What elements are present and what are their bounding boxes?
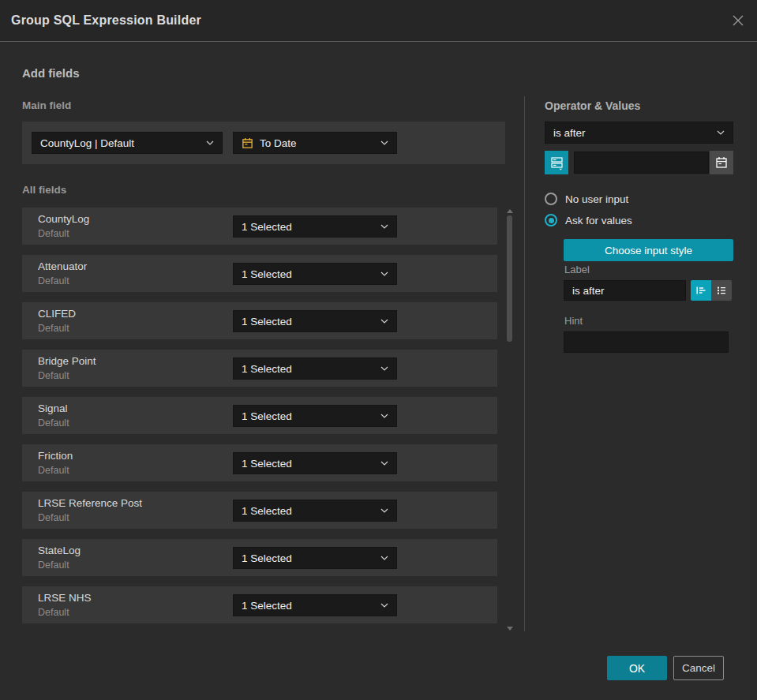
field-row: LRSE NHS Default 1 Selected xyxy=(22,586,497,623)
close-x-glyph xyxy=(731,13,745,28)
field-selected-dropdown[interactable]: 1 Selected xyxy=(233,452,397,474)
field-selected-dropdown-label: 1 Selected xyxy=(242,505,292,517)
chevron-down-icon xyxy=(380,224,388,229)
date-picker-button[interactable] xyxy=(710,151,733,174)
main-field-select-value: CountyLog | Default xyxy=(40,137,134,149)
hint-input[interactable] xyxy=(564,331,729,353)
radio-ask-for-values-label: Ask for values xyxy=(565,215,632,226)
field-row: Friction Default 1 Selected xyxy=(22,444,497,481)
chevron-down-icon xyxy=(380,271,388,276)
input-style-segmented-control xyxy=(691,280,732,301)
field-selected-dropdown-label: 1 Selected xyxy=(242,221,292,233)
field-selected-dropdown-label: 1 Selected xyxy=(242,316,292,328)
close-icon[interactable] xyxy=(727,10,749,32)
field-row: LRSE Reference Post Default 1 Selected xyxy=(22,492,497,529)
chevron-down-icon xyxy=(206,140,214,145)
chevron-down-icon xyxy=(380,556,388,560)
vertical-divider xyxy=(524,96,525,631)
field-selected-dropdown[interactable]: 1 Selected xyxy=(233,310,397,332)
field-selected-dropdown-label: 1 Selected xyxy=(242,552,292,564)
all-fields-list: CountyLog Default 1 Selected Attenuator … xyxy=(22,208,497,634)
label-field-label: Label xyxy=(564,264,590,275)
value-type-button[interactable] xyxy=(545,151,568,174)
date-select-value: To Date xyxy=(260,137,297,149)
field-row: CountyLog Default 1 Selected xyxy=(22,208,497,245)
operator-select-value: is after xyxy=(553,127,586,139)
main-field-select[interactable]: CountyLog | Default xyxy=(32,132,223,154)
field-selected-dropdown-label: 1 Selected xyxy=(242,410,292,422)
field-selected-dropdown[interactable]: 1 Selected xyxy=(233,263,397,285)
all-fields-scrollbar[interactable] xyxy=(506,207,514,633)
field-row: Signal Default 1 Selected xyxy=(22,397,497,434)
radio-circle-selected[interactable] xyxy=(545,214,557,226)
titlebar: Group SQL Expression Builder xyxy=(0,0,757,42)
label-input[interactable] xyxy=(564,280,686,301)
main-field-panel: CountyLog | Default To Date xyxy=(22,122,505,164)
list-style-button[interactable] xyxy=(711,280,732,301)
field-selected-dropdown-label: 1 Selected xyxy=(242,458,292,470)
field-selected-dropdown[interactable]: 1 Selected xyxy=(233,215,397,238)
hint-field-label: Hint xyxy=(564,315,583,327)
radio-circle-unselected[interactable] xyxy=(545,193,557,205)
scrollbar-thumb[interactable] xyxy=(507,215,512,342)
field-row: CLIFED Default 1 Selected xyxy=(22,302,497,339)
single-line-style-button[interactable] xyxy=(691,280,711,301)
cancel-button[interactable]: Cancel xyxy=(673,656,724,680)
all-fields-label: All fields xyxy=(22,184,66,196)
chevron-down-icon xyxy=(380,461,388,466)
group-sql-expression-builder-dialog: Group SQL Expression Builder Add fields … xyxy=(0,0,757,700)
ok-button[interactable]: OK xyxy=(607,656,667,680)
value-input[interactable] xyxy=(574,152,709,174)
chevron-down-icon xyxy=(380,366,388,371)
chevron-down-icon xyxy=(380,140,388,145)
field-selected-dropdown[interactable]: 1 Selected xyxy=(233,547,397,569)
calendar-icon xyxy=(715,156,728,169)
field-selected-dropdown-label: 1 Selected xyxy=(242,600,292,612)
align-left-icon xyxy=(695,284,707,297)
main-field-date-select[interactable]: To Date xyxy=(233,132,397,154)
scrollbar-down-arrow[interactable] xyxy=(507,627,513,631)
chevron-down-icon xyxy=(380,508,388,513)
chevron-down-icon xyxy=(380,603,388,608)
scrollbar-up-arrow[interactable] xyxy=(507,209,513,213)
chevron-down-icon xyxy=(380,414,388,418)
field-row: Bridge Point Default 1 Selected xyxy=(22,350,497,387)
radio-no-user-input[interactable]: No user input xyxy=(545,193,628,205)
field-selected-dropdown[interactable]: 1 Selected xyxy=(233,594,397,616)
field-selected-dropdown-label: 1 Selected xyxy=(242,268,292,280)
value-list-icon xyxy=(549,155,564,170)
field-selected-dropdown[interactable]: 1 Selected xyxy=(233,405,397,427)
field-selected-dropdown-label: 1 Selected xyxy=(242,363,292,375)
field-selected-dropdown[interactable]: 1 Selected xyxy=(233,500,397,522)
field-selected-dropdown[interactable]: 1 Selected xyxy=(233,357,397,380)
field-row: Attenuator Default 1 Selected xyxy=(22,255,497,292)
radio-no-user-input-label: No user input xyxy=(565,193,628,205)
chevron-down-icon xyxy=(380,319,388,324)
operator-select[interactable]: is after xyxy=(545,122,733,144)
operator-values-heading: Operator & Values xyxy=(545,99,640,112)
dialog-title: Group SQL Expression Builder xyxy=(0,0,757,41)
bulleted-list-icon xyxy=(715,284,728,297)
calendar-icon xyxy=(242,137,253,149)
main-field-label: Main field xyxy=(22,99,71,111)
choose-input-style-button[interactable]: Choose input style xyxy=(564,239,733,261)
radio-ask-for-values[interactable]: Ask for values xyxy=(545,214,632,226)
field-row: StateLog Default 1 Selected xyxy=(22,539,497,576)
add-fields-heading: Add fields xyxy=(22,66,80,80)
chevron-down-icon xyxy=(717,130,725,135)
